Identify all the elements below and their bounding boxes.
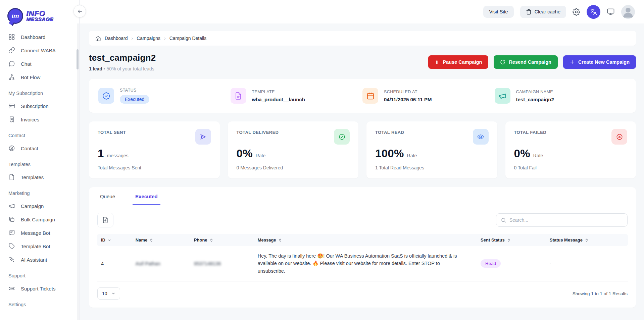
campaign-name-field: CAMPAIGN NAME test_campaign2 <box>495 88 627 104</box>
sidebar-item-label: Chat <box>21 61 32 67</box>
tag-icon <box>8 243 15 250</box>
logo-bubble-icon: im <box>7 8 23 24</box>
chat-icon <box>8 60 15 67</box>
sidebar-item-message-bot[interactable]: Message Bot <box>0 226 79 239</box>
column-header-sent-status[interactable]: Sent Status <box>477 234 546 246</box>
create-new-campaign-button[interactable]: Create New Campaign <box>563 55 636 69</box>
resend-campaign-button[interactable]: Resend Campaign <box>494 55 558 69</box>
total-sent-card: TOTAL SENT 1messages Total Messages Sent <box>89 121 220 178</box>
table-row[interactable]: 4 Asif Pathan 9537148136 Hey, The day is… <box>97 246 628 281</box>
template-label: TEMPLATE <box>252 90 305 94</box>
column-header-message[interactable]: Message <box>254 234 477 246</box>
column-header-name[interactable]: Name <box>132 234 190 246</box>
sidebar-item-label: Connect WABA <box>21 48 56 53</box>
chevron-right-icon: › <box>164 36 166 41</box>
status-label: STATUS <box>120 88 149 93</box>
copy-icon <box>8 216 15 223</box>
arrow-left-icon <box>77 8 83 14</box>
home-icon[interactable] <box>95 36 101 41</box>
sidebar-scrollbar-thumb[interactable] <box>77 49 79 69</box>
sort-icon <box>507 238 511 242</box>
sidebar-scrollbar[interactable] <box>77 23 79 320</box>
column-header-status-message[interactable]: Status Message <box>546 234 628 246</box>
table-footer: 10 Showing 1 to 1 of 1 Results <box>89 281 636 308</box>
page-size-select[interactable]: 10 <box>97 287 120 300</box>
message-bot-icon <box>8 229 15 236</box>
file-icon <box>8 174 15 180</box>
sidebar-item-support-tickets[interactable]: Support Tickets <box>0 282 79 295</box>
sidebar-item-connect-waba[interactable]: Connect WABA <box>0 44 79 57</box>
sidebar-item-template-bot[interactable]: Template Bot <box>0 239 79 253</box>
sidebar-item-label: Subscription <box>21 103 49 109</box>
translate-icon <box>590 8 597 15</box>
sidebar-item-label: Templates <box>21 174 44 180</box>
plus-icon <box>569 59 575 65</box>
sidebar-item-label: Invoices <box>21 117 39 122</box>
total-sent-caption: Total Messages Sent <box>98 165 211 170</box>
megaphone-icon <box>8 203 15 209</box>
sidebar-item-templates[interactable]: Templates <box>0 170 79 184</box>
sort-icon <box>585 238 589 242</box>
sort-icon <box>278 238 282 242</box>
sidebar-section-templates: Templates <box>0 155 79 170</box>
ticket-icon <box>8 285 15 292</box>
logo-wordmark: INFO MESSAGE <box>26 10 53 21</box>
breadcrumb-campaign-details[interactable]: Campaign Details <box>169 36 207 41</box>
main-content: Dashboard › Campaigns › Campaign Details… <box>80 23 644 320</box>
sidebar-section-contact: Contact <box>0 126 79 142</box>
total-delivered-value: 0% <box>237 147 253 160</box>
badge-check-icon <box>98 88 114 104</box>
sparkles-icon <box>8 256 15 263</box>
tab-queue[interactable]: Queue <box>97 187 118 205</box>
language-translate-button[interactable] <box>587 5 600 19</box>
search-icon <box>501 217 506 223</box>
template-value: wba_product__launch <box>252 97 305 102</box>
sidebar-item-chat[interactable]: Chat <box>0 57 79 70</box>
sidebar-item-invoices[interactable]: Invoices <box>0 113 79 126</box>
export-button[interactable] <box>97 213 113 227</box>
scheduled-at-value: 04/11/2025 06:11 PM <box>384 97 432 102</box>
pause-icon <box>435 60 440 65</box>
sidebar-item-campaign[interactable]: Campaign <box>0 199 79 213</box>
file-export-icon <box>102 217 109 223</box>
tab-executed[interactable]: Executed <box>133 187 160 205</box>
top-header: Visit Site Clear cache <box>80 0 644 23</box>
clear-cache-button[interactable]: Clear cache <box>520 6 566 18</box>
visit-site-button[interactable]: Visit Site <box>483 6 513 18</box>
sidebar-item-bulk-campaign[interactable]: Bulk Campaign <box>0 213 79 226</box>
settings-gear-icon[interactable] <box>573 8 580 16</box>
sidebar-item-bot-flow[interactable]: Bot Flow <box>0 70 79 84</box>
total-read-card: TOTAL READ 100%Rate 1 Total Read Message… <box>366 121 497 178</box>
column-header-phone[interactable]: Phone <box>190 234 254 246</box>
user-avatar[interactable] <box>621 5 635 19</box>
x-circle-icon <box>611 129 627 145</box>
cell-phone: 9537148136 <box>190 246 254 281</box>
sidebar-item-subscription[interactable]: Subscription <box>0 99 79 113</box>
sidebar-item-ai-assistant[interactable]: AI Assistant <box>0 253 79 266</box>
breadcrumb-campaigns[interactable]: Campaigns <box>137 36 160 41</box>
search-input[interactable] <box>509 217 623 223</box>
pause-campaign-button[interactable]: Pause Campaign <box>428 55 489 69</box>
sidebar-item-contact[interactable]: Contact <box>0 142 79 155</box>
campaign-info-card: STATUS Executed TEMPLATE wba_product__la… <box>89 79 636 113</box>
total-failed-caption: 0 Total Fail <box>514 165 628 170</box>
results-summary: Showing 1 to 1 of 1 Results <box>573 291 628 296</box>
chevron-down-icon <box>107 238 111 242</box>
sidebar-item-label: Dashboard <box>21 34 45 40</box>
search-box <box>496 213 628 227</box>
calendar-icon <box>362 88 378 104</box>
refresh-icon <box>500 59 505 65</box>
sidebar-item-dashboard[interactable]: Dashboard <box>0 30 79 44</box>
breadcrumb-dashboard[interactable]: Dashboard <box>105 36 128 41</box>
page-title: test_campaign2 <box>89 53 156 63</box>
app-logo[interactable]: im INFO MESSAGE <box>0 0 79 28</box>
sidebar-collapse-button[interactable] <box>73 5 86 17</box>
sidebar-section-support: Support <box>0 266 79 282</box>
column-header-id[interactable]: ID <box>97 234 132 246</box>
monitor-icon[interactable] <box>607 8 615 16</box>
chevron-down-icon <box>111 291 115 296</box>
total-read-caption: 1 Total Read Messages <box>375 165 489 170</box>
person-icon <box>621 5 635 19</box>
sidebar-item-label: Message Bot <box>21 230 50 236</box>
sidebar-item-label: Template Bot <box>21 244 50 249</box>
